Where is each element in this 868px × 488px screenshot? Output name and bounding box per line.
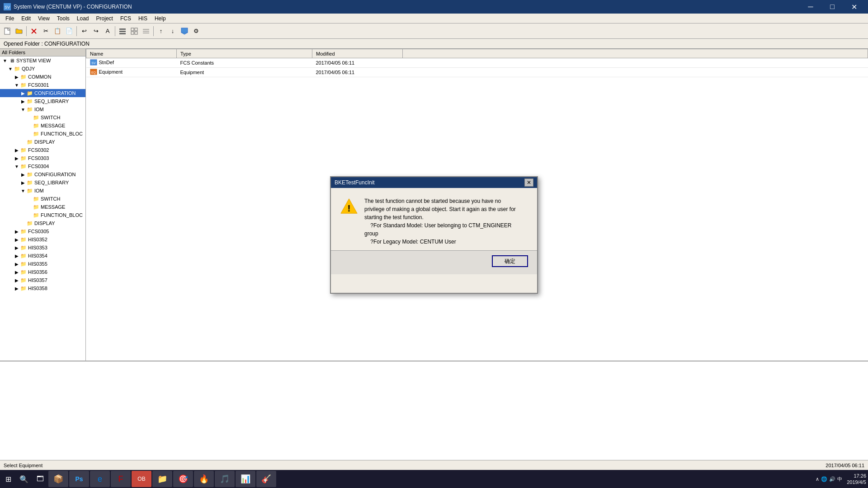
taskbar-app-filezilla[interactable]: F	[111, 471, 131, 487]
tb-delete[interactable]	[28, 26, 39, 37]
menu-file[interactable]: File	[2, 14, 18, 23]
tree-toggle-seq-lib2[interactable]: ▶	[20, 179, 26, 186]
taskbar-app-edge[interactable]: e	[90, 471, 110, 487]
tree-item-funcblock1[interactable]: ▶ 📁 FUNCTION_BLOC	[0, 130, 85, 138]
table-row[interactable]: EQ Equipment Equipment 2017/04/05 06:11	[86, 68, 868, 77]
tb-cut[interactable]: ✂	[40, 26, 51, 37]
taskbar-app-chart[interactable]: 📊	[236, 471, 255, 487]
taskbar-app-oracle[interactable]: OB	[132, 471, 151, 487]
tree-toggle-his0357[interactable]: ▶	[14, 277, 20, 283]
menu-tools[interactable]: Tools	[53, 14, 73, 23]
tray-chevron[interactable]: ∧	[816, 476, 819, 482]
tree-item-fcs0301[interactable]: ▼ 📁 FCS0301	[0, 81, 85, 89]
tree-item-his0352[interactable]: ▶ 📁 HIS0352	[0, 235, 85, 244]
minimize-button[interactable]: ─	[800, 0, 821, 14]
menu-edit[interactable]: Edit	[18, 14, 34, 23]
tree-toggle-his0354[interactable]: ▶	[14, 253, 20, 259]
tree-item-funcblock2[interactable]: ▶ 📁 FUNCTION_BLOC	[0, 211, 85, 219]
tb-grid[interactable]	[129, 26, 140, 37]
taskbar-app-target[interactable]: 🎯	[173, 471, 193, 487]
tree-item-fcs0303[interactable]: ▶ 📁 FCS0303	[0, 154, 85, 162]
tree-toggle-fcs0301[interactable]: ▼	[14, 82, 20, 88]
menu-his[interactable]: HIS	[135, 14, 151, 23]
tree-toggle-fcs0303[interactable]: ▶	[14, 155, 20, 161]
tray-network[interactable]: 🌐	[821, 476, 827, 482]
tb-forward[interactable]: ↪	[90, 26, 101, 37]
tree-item-qdjy[interactable]: ▼ 📁 QDJY	[0, 65, 85, 73]
tree-toggle-system-view[interactable]: ▼	[2, 57, 8, 64]
tb-new[interactable]	[2, 26, 13, 37]
tree-toggle-fcs0305[interactable]: ▶	[14, 228, 20, 235]
tree-toggle-iom2[interactable]: ▼	[20, 188, 26, 194]
tree-item-message2[interactable]: ▶ 📁 MESSAGE	[0, 203, 85, 211]
menu-load[interactable]: Load	[73, 14, 93, 23]
tree-item-fcs0305[interactable]: ▶ 📁 FCS0305	[0, 227, 85, 235]
tree-item-seq-lib1[interactable]: ▶ 📁 SEQ_LIBRARY	[0, 97, 85, 105]
menu-project[interactable]: Project	[93, 14, 117, 23]
tree-item-switch2[interactable]: ▶ 📁 SWITCH	[0, 195, 85, 203]
tree-toggle-config1[interactable]: ▶	[20, 90, 26, 96]
menu-fcs[interactable]: FCS	[117, 14, 135, 23]
tb-load[interactable]	[179, 26, 190, 37]
taskbar-clock[interactable]: 17:26 2019/4/5	[847, 473, 866, 486]
tree-item-system-view[interactable]: ▼ 🖥 SYSTEM VIEW	[0, 56, 85, 65]
tree-item-iom2[interactable]: ▼ 📁 IOM	[0, 187, 85, 195]
tb-sort-desc[interactable]: ↓	[167, 26, 178, 37]
tree-item-display1[interactable]: ▶ 📁 DISPLAY	[0, 138, 85, 146]
task-view-button[interactable]: 🗔	[33, 471, 47, 487]
tb-settings[interactable]: ⚙	[191, 26, 202, 37]
menu-view[interactable]: View	[34, 14, 53, 23]
taskbar-app-fire[interactable]: 🔥	[194, 471, 214, 487]
taskbar-app-last[interactable]: 🎸	[256, 471, 276, 487]
tree-toggle-seq-lib1[interactable]: ▶	[20, 98, 26, 104]
start-button[interactable]: ⊞	[2, 471, 15, 487]
tray-ime[interactable]: 中	[837, 476, 842, 483]
col-modified[interactable]: Modified	[312, 49, 403, 58]
tray-volume[interactable]: 🔊	[829, 476, 835, 482]
menu-help[interactable]: Help	[151, 14, 170, 23]
maximize-button[interactable]: □	[822, 0, 843, 14]
tree-item-common[interactable]: ▶ 📁 COMMON	[0, 73, 85, 81]
tree-toggle-qdjy[interactable]: ▼	[7, 66, 14, 72]
tree-item-config1[interactable]: ▶ 📁 CONFIGURATION	[0, 89, 85, 97]
tree-toggle-his0358[interactable]: ▶	[14, 285, 20, 291]
tree-item-his0353[interactable]: ▶ 📁 HIS0353	[0, 244, 85, 252]
taskbar-app-photoshop[interactable]: Ps	[69, 471, 89, 487]
tree-item-display2[interactable]: ▶ 📁 DISPLAY	[0, 219, 85, 227]
tree-toggle-fcs0304[interactable]: ▼	[14, 163, 20, 169]
tree-item-his0358[interactable]: ▶ 📁 HIS0358	[0, 284, 85, 292]
tb-list[interactable]	[117, 26, 128, 37]
tb-paste[interactable]: 📄	[64, 26, 75, 37]
tree-toggle-his0353[interactable]: ▶	[14, 244, 20, 251]
tree-toggle-common[interactable]: ▶	[14, 74, 20, 80]
table-row[interactable]: SV StnDef FCS Constants 2017/04/05 06:11	[86, 58, 868, 68]
close-button[interactable]: ✕	[844, 0, 864, 14]
col-name[interactable]: Name	[86, 49, 177, 58]
tree-toggle-his0355[interactable]: ▶	[14, 261, 20, 267]
tb-font[interactable]: A	[102, 26, 113, 37]
tree-item-seq-lib2[interactable]: ▶ 📁 SEQ_LIBRARY	[0, 178, 85, 187]
tree-item-switch1[interactable]: ▶ 📁 SWITCH	[0, 113, 85, 122]
tree-item-config2[interactable]: ▶ 📁 CONFIGURATION	[0, 170, 85, 178]
tree-item-fcs0304[interactable]: ▼ 📁 FCS0304	[0, 162, 85, 170]
tree-item-fcs0302[interactable]: ▶ 📁 FCS0302	[0, 146, 85, 154]
tree-toggle-config2[interactable]: ▶	[20, 171, 26, 178]
search-button[interactable]: 🔍	[16, 471, 32, 487]
tree-toggle-his0356[interactable]: ▶	[14, 269, 20, 275]
tree-toggle-fcs0302[interactable]: ▶	[14, 147, 20, 153]
modal-ok-button[interactable]: 确定	[492, 255, 528, 267]
taskbar-app-explorer[interactable]: 📁	[152, 471, 172, 487]
tree-item-his0354[interactable]: ▶ 📁 HIS0354	[0, 252, 85, 260]
tb-sort-asc[interactable]: ↑	[156, 26, 166, 37]
tree-item-iom1[interactable]: ▼ 📁 IOM	[0, 105, 85, 113]
tb-copy[interactable]: 📋	[52, 26, 63, 37]
tree-item-message1[interactable]: ▶ 📁 MESSAGE	[0, 122, 85, 130]
taskbar-app-cube[interactable]: 📦	[48, 471, 68, 487]
tb-detail[interactable]	[141, 26, 151, 37]
tree-item-his0355[interactable]: ▶ 📁 HIS0355	[0, 260, 85, 268]
tree-item-his0356[interactable]: ▶ 📁 HIS0356	[0, 268, 85, 276]
taskbar-app-music[interactable]: 🎵	[215, 471, 235, 487]
tree-toggle-his0352[interactable]: ▶	[14, 236, 20, 243]
tb-open[interactable]	[14, 26, 24, 37]
tb-back[interactable]: ↩	[79, 26, 90, 37]
